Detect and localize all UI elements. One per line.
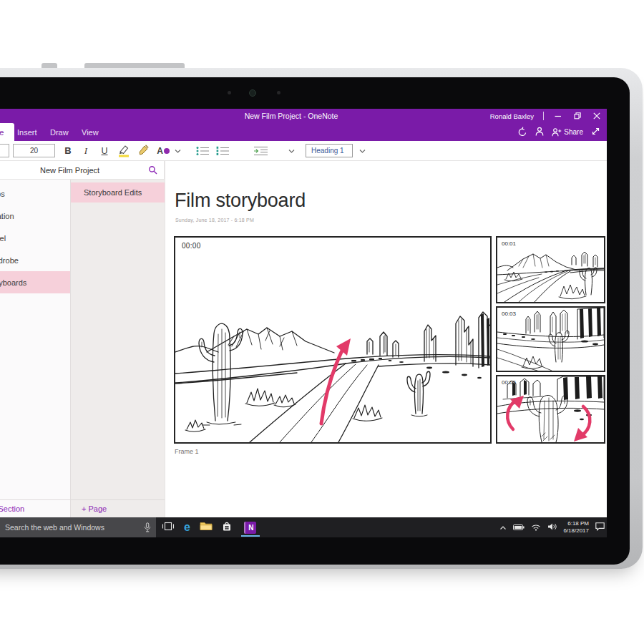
- bold-button[interactable]: B: [62, 144, 74, 157]
- person-icon: [535, 127, 544, 136]
- add-page-button[interactable]: + Page: [70, 499, 165, 517]
- tab-insert[interactable]: Insert: [17, 123, 37, 141]
- tab-view[interactable]: View: [82, 123, 99, 141]
- paragraph-options-dropdown[interactable]: [286, 144, 296, 157]
- titlebar-separator: [543, 112, 544, 120]
- action-center-icon[interactable]: [595, 521, 605, 534]
- task-view-button[interactable]: [162, 521, 175, 534]
- desert-thumb-drawing: [497, 308, 604, 371]
- account-button[interactable]: [535, 126, 544, 139]
- surface-tablet-product-shot: New Film Project - OneNote Ronald Baxley: [0, 0, 644, 644]
- file-explorer-icon[interactable]: [200, 521, 213, 534]
- taskbar-search-box[interactable]: Search the web and Windows: [0, 517, 156, 537]
- tray-chevron-up-icon[interactable]: [499, 521, 507, 534]
- section-item-travel[interactable]: Travel: [0, 227, 70, 249]
- microphone-icon[interactable]: [144, 522, 151, 535]
- share-label: Share: [564, 128, 583, 136]
- share-button[interactable]: Share: [552, 127, 583, 137]
- font-color-swatch: [164, 148, 170, 154]
- undo-button[interactable]: [517, 126, 527, 139]
- notebook-title: New Film Project: [0, 161, 140, 180]
- page-title: Film storyboard: [175, 190, 306, 212]
- clock-date: 6/18/2017: [563, 527, 589, 535]
- volume-icon[interactable]: [547, 521, 557, 534]
- active-app-indicator: [241, 535, 260, 537]
- notebook-search-button[interactable]: [148, 165, 158, 178]
- desert-thumb-drawing: [497, 376, 604, 442]
- style-selector[interactable]: Heading 1: [306, 144, 353, 157]
- format-painter-icon: [137, 145, 150, 157]
- add-section-button[interactable]: + Section: [0, 499, 70, 517]
- wifi-icon[interactable]: [531, 521, 541, 534]
- frame-timestamp: 00:00: [182, 242, 201, 250]
- frame-timestamp: 00:05: [502, 379, 516, 386]
- numbered-list-icon: [215, 145, 230, 157]
- page-item-storyboard-edits[interactable]: Storyboard Edits: [71, 182, 165, 203]
- italic-button[interactable]: I: [79, 144, 92, 157]
- minimize-button[interactable]: [553, 111, 563, 121]
- restore-button[interactable]: [572, 111, 582, 121]
- fullscreen-button[interactable]: [591, 126, 600, 139]
- task-view-icon: [162, 522, 175, 531]
- ir-sensor-dot: [277, 91, 280, 94]
- page-canvas[interactable]: Film storyboard Sunday, June 18, 2017 - …: [165, 161, 607, 517]
- edge-browser-icon[interactable]: e: [184, 522, 190, 533]
- page-date: Sunday, June 18, 2017 - 6:18 PM: [175, 218, 254, 223]
- windows-store-icon[interactable]: [222, 521, 232, 535]
- font-color-dropdown[interactable]: [173, 144, 182, 157]
- onenote-taskbar-icon[interactable]: N: [241, 517, 260, 537]
- storyboard-frame-main[interactable]: 00:00: [174, 236, 492, 444]
- minimize-icon: [555, 112, 562, 119]
- battery-icon[interactable]: [513, 521, 525, 534]
- notebook-header: New Film Project: [0, 161, 165, 180]
- font-color-button[interactable]: A: [155, 144, 172, 157]
- clock-time: 6:18 PM: [563, 520, 589, 527]
- ink-annotation-arrow: [321, 338, 351, 424]
- section-item-storyboards[interactable]: Storyboards: [0, 271, 70, 293]
- desert-thumb-drawing: [497, 238, 604, 302]
- underline-button[interactable]: U: [98, 144, 111, 157]
- increase-indent-icon: [253, 145, 269, 157]
- highlighter-button[interactable]: [116, 144, 132, 157]
- frame-timestamp: 00:01: [502, 240, 516, 247]
- storyboard-frame-1[interactable]: 00:01: [496, 236, 605, 303]
- undo-icon: [517, 127, 527, 136]
- tab-draw[interactable]: Draw: [50, 123, 69, 141]
- style-dropdown[interactable]: [357, 144, 367, 157]
- restore-icon: [574, 112, 581, 119]
- increase-indent-button[interactable]: [252, 144, 270, 157]
- font-name-combo[interactable]: [0, 144, 9, 157]
- highlighter-icon: [117, 144, 131, 157]
- close-button[interactable]: [592, 111, 602, 121]
- sections-list: Props Location Travel Wardrobe Storyboar…: [0, 180, 70, 499]
- window-titlebar: New Film Project - OneNote Ronald Baxley: [0, 109, 607, 123]
- pages-list: Storyboard Edits: [70, 180, 165, 499]
- font-size-combo[interactable]: 20: [13, 144, 55, 157]
- chevron-down-icon: [359, 148, 366, 154]
- storyboard-frame-2[interactable]: 00:03: [496, 306, 605, 372]
- section-item-props[interactable]: Props: [0, 182, 70, 205]
- taskbar-clock[interactable]: 6:18 PM 6/18/2017: [563, 520, 589, 535]
- section-item-wardrobe[interactable]: Wardrobe: [0, 249, 70, 271]
- chevron-down-icon: [175, 148, 181, 154]
- storyboard-frame-3[interactable]: 00:05: [496, 375, 605, 444]
- signed-in-user: Ronald Baxley: [490, 112, 534, 120]
- bullet-list-button[interactable]: [194, 144, 211, 157]
- ambient-sensor-dot: [228, 91, 231, 94]
- onenote-tile: N: [244, 522, 256, 534]
- chevron-down-icon: [288, 148, 295, 154]
- tab-home[interactable]: Home: [0, 123, 14, 141]
- bullet-list-icon: [195, 145, 210, 157]
- ribbon-tabs: Home Insert Draw View: [0, 123, 607, 141]
- desert-scene-drawing: [175, 238, 490, 442]
- add-person-icon: [552, 127, 562, 137]
- close-icon: [593, 112, 600, 119]
- format-painter-button[interactable]: [136, 144, 150, 157]
- screen: New Film Project - OneNote Ronald Baxley: [0, 109, 607, 537]
- frame-caption: Frame 1: [175, 448, 199, 455]
- windows-taskbar: Search the web and Windows e: [0, 517, 607, 537]
- section-item-location[interactable]: Location: [0, 205, 70, 227]
- numbered-list-button[interactable]: [214, 144, 231, 157]
- front-camera: [249, 89, 256, 97]
- formatting-toolbar: 20 B I U A: [0, 141, 607, 161]
